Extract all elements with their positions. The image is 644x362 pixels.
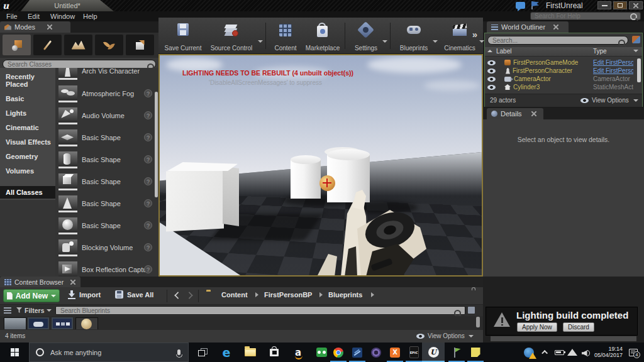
paint-mode-button[interactable] xyxy=(33,35,62,55)
visibility-eye-icon[interactable] xyxy=(487,60,496,65)
taskbar-design-app[interactable] xyxy=(347,343,368,362)
tray-overflow-button[interactable] xyxy=(540,343,551,362)
breadcrumb-content[interactable]: Content xyxy=(221,291,248,299)
class-help-icon[interactable]: ? xyxy=(144,155,152,163)
class-help-icon[interactable]: ? xyxy=(144,133,152,141)
class-row-basic-shape-sphere[interactable]: Basic Shape ? xyxy=(55,216,158,238)
discard-button[interactable]: Discard xyxy=(563,322,594,332)
import-button[interactable]: Import xyxy=(68,290,101,299)
category-visual-effects[interactable]: Visual Effects xyxy=(6,138,51,146)
blueprints-button[interactable]: Blueprints xyxy=(394,21,434,53)
category-volumes[interactable]: Volumes xyxy=(6,167,34,175)
class-row-basic-shape-cylinder[interactable]: Basic Shape ? xyxy=(55,150,158,172)
class-row-box-reflection-capture[interactable]: Box Reflection Captur ? xyxy=(55,260,158,277)
class-row-basic-shape-plane[interactable]: Basic Shape ? xyxy=(55,128,158,150)
tab-world-outliner[interactable]: World Outliner xyxy=(487,21,569,33)
sort-ascending-icon[interactable] xyxy=(487,50,492,52)
taskbar-file-explorer[interactable] xyxy=(239,343,262,362)
breadcrumb-blueprints[interactable]: Blueprints xyxy=(328,291,362,299)
class-row-audio-volume[interactable]: Audio Volume ? xyxy=(55,106,158,128)
asset-thumbnail-map[interactable] xyxy=(4,317,26,331)
class-help-icon[interactable]: ? xyxy=(144,221,152,229)
visibility-eye-icon[interactable] xyxy=(487,77,496,82)
document-tab[interactable]: Untitled* xyxy=(21,0,114,11)
tab-modes[interactable]: Modes xyxy=(0,21,70,33)
search-classes-input[interactable] xyxy=(3,60,156,69)
flag-icon[interactable] xyxy=(531,1,539,9)
outliner-row-firstpersongamemode[interactable]: FirstPersonGameMode Edit FirstPerso xyxy=(485,58,635,67)
class-row-basic-shape-cube[interactable]: Basic Shape ? xyxy=(55,172,158,194)
visibility-eye-icon[interactable] xyxy=(487,69,496,74)
menu-file[interactable]: File xyxy=(6,13,18,20)
asset-thumbnail-sphere[interactable] xyxy=(75,317,98,331)
content-view-options[interactable]: View Options xyxy=(428,332,465,339)
settings-dropdown-icon[interactable] xyxy=(382,40,387,43)
column-label[interactable]: Label xyxy=(496,48,511,55)
white-cube-side[interactable] xyxy=(223,166,239,226)
landscape-mode-button[interactable] xyxy=(64,35,92,55)
tray-wifi[interactable] xyxy=(566,343,579,362)
class-help-icon[interactable]: ? xyxy=(144,199,152,207)
class-row-blocking-volume[interactable]: Blocking Volume ? xyxy=(55,238,158,260)
task-view-button[interactable] xyxy=(191,343,214,362)
outliner-search-input[interactable] xyxy=(487,36,628,45)
tray-app-button[interactable] xyxy=(519,343,538,362)
taskbar-xampp[interactable]: X xyxy=(384,343,406,362)
filters-button[interactable]: Filters xyxy=(25,307,45,314)
class-help-icon[interactable]: ? xyxy=(144,89,152,97)
close-outliner-tab-icon[interactable] xyxy=(553,25,558,30)
place-mode-button[interactable] xyxy=(3,35,31,55)
class-help-icon[interactable]: ? xyxy=(144,111,152,119)
microphone-icon[interactable] xyxy=(177,349,180,355)
tab-content-browser[interactable]: Content Browser xyxy=(0,277,80,287)
taskbar-edge[interactable]: e xyxy=(215,343,238,362)
content-button[interactable]: Content xyxy=(269,21,302,53)
restore-button[interactable] xyxy=(613,1,627,9)
outliner-row-cameraactor[interactable]: CameraActor CameraActor xyxy=(485,75,635,83)
taskbar-chrome[interactable] xyxy=(328,343,349,362)
category-lights[interactable]: Lights xyxy=(6,109,26,117)
level-viewport[interactable]: LIGHTING NEEDS TO BE REBUILT (4 unbuilt … xyxy=(158,54,483,277)
add-new-button[interactable]: Add New xyxy=(3,289,60,302)
content-browser-search-input[interactable] xyxy=(55,306,465,315)
breadcrumb-firstpersonbp[interactable]: FirstPersonBP xyxy=(264,291,312,299)
tab-details[interactable]: Details xyxy=(487,108,543,119)
class-row-basic-shape-cone[interactable]: Basic Shape ? xyxy=(55,194,158,216)
category-cinematic[interactable]: Cinematic xyxy=(6,124,39,131)
class-list-scrollbar[interactable] xyxy=(155,92,158,197)
source-control-dropdown-icon[interactable] xyxy=(258,40,263,43)
cortana-search-box[interactable]: Ask me anything xyxy=(29,343,189,362)
taskbar-clock[interactable]: 19:14 05/04/2017 xyxy=(590,346,623,358)
asset-thumbnail-character-bp[interactable] xyxy=(28,317,49,329)
class-help-icon[interactable]: ? xyxy=(144,177,152,185)
outliner-row-cylinder3[interactable]: Cylinder3 StaticMeshActo xyxy=(485,83,635,91)
settings-button[interactable]: Settings xyxy=(348,21,384,53)
class-row-atmospheric-fog[interactable]: Atmospheric Fog ? xyxy=(55,84,158,106)
class-row-arch-vis-character[interactable]: Arch Vis Character xyxy=(55,68,158,83)
taskbar-amazon[interactable]: a xyxy=(287,343,309,362)
add-filter-icon[interactable] xyxy=(632,36,640,43)
close-content-browser-tab-icon[interactable] xyxy=(70,280,75,285)
save-all-button[interactable]: Save All xyxy=(115,290,153,299)
class-help-icon[interactable]: ? xyxy=(144,243,152,251)
menu-window[interactable]: Window xyxy=(50,13,75,20)
taskbar-media-app[interactable] xyxy=(365,343,387,362)
tray-battery[interactable] xyxy=(551,343,567,362)
close-details-tab-icon[interactable] xyxy=(531,111,536,116)
taskbar-epic-games[interactable]: EPIC xyxy=(403,343,425,362)
source-control-button[interactable]: Source Control xyxy=(204,21,259,53)
back-arrow-icon[interactable] xyxy=(174,292,181,299)
geometry-mode-button[interactable] xyxy=(126,35,154,55)
save-current-button[interactable]: Save Current xyxy=(162,21,204,53)
category-recently-placed[interactable]: Recently Placed xyxy=(6,73,55,88)
taskbar-flag-app[interactable] xyxy=(446,343,467,362)
visibility-eye-icon[interactable] xyxy=(487,85,496,90)
white-cube-front[interactable] xyxy=(166,168,224,232)
blueprints-dropdown-icon[interactable] xyxy=(433,40,438,43)
taskbar-sticky-notes[interactable] xyxy=(465,343,486,362)
close-button[interactable] xyxy=(629,1,643,9)
sources-panel-icon[interactable] xyxy=(4,307,11,314)
help-search-input[interactable] xyxy=(530,12,641,20)
toolbar-overflow-button[interactable]: » xyxy=(470,25,480,44)
taskbar-unreal-engine[interactable]: U xyxy=(422,343,445,362)
